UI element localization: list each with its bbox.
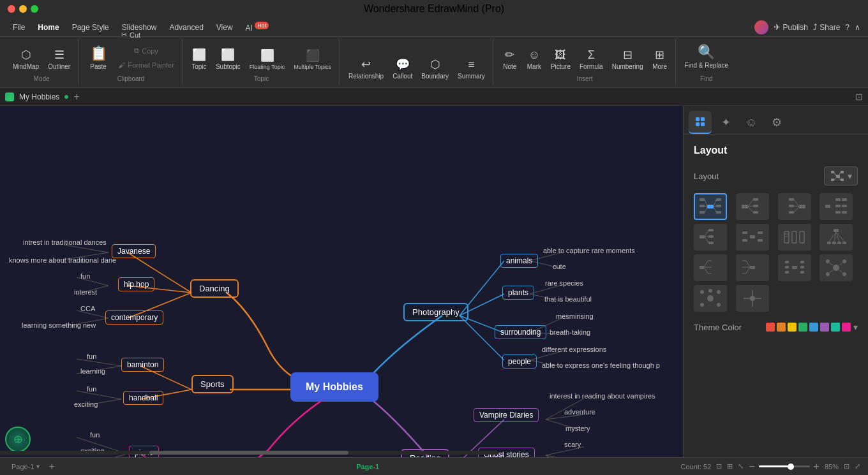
style-tab[interactable]: ✦ (714, 111, 737, 134)
titlebar: Wondershare EdrawMind (Pro) (0, 0, 868, 18)
animals-node[interactable]: animals (500, 254, 538, 268)
zoom-slider-track[interactable] (759, 465, 810, 467)
layout-option-11[interactable] (778, 254, 811, 281)
formula-button[interactable]: Σ Formula (576, 46, 607, 73)
layout-option-5[interactable] (694, 224, 727, 251)
swatch-pink[interactable] (842, 323, 851, 332)
scrollbar-thumb[interactable] (149, 451, 348, 455)
page-selector[interactable]: Page-1 ▾ (8, 462, 43, 472)
paste-button[interactable]: 📋 Paste (84, 43, 113, 73)
vampire-diaries-node[interactable]: Vampire Diaries (474, 408, 539, 422)
close-button[interactable] (8, 5, 15, 13)
menu-ai[interactable]: AI Hot (241, 20, 274, 34)
add-tab-button[interactable]: + (73, 91, 79, 103)
copy-button[interactable]: ⧉ Copy (114, 44, 178, 57)
swatch-blue[interactable] (809, 323, 818, 332)
sports-node[interactable]: Sports (191, 375, 234, 393)
zoom-percent[interactable]: 85% (825, 463, 839, 471)
handball-node[interactable]: handball (123, 391, 163, 405)
layout-option-14[interactable] (736, 285, 769, 312)
dancing-node[interactable]: Dancing (190, 279, 239, 298)
menu-view[interactable]: View (211, 21, 238, 34)
horizontal-scrollbar[interactable] (0, 451, 498, 455)
svg-rect-100 (750, 235, 755, 238)
numbering-button[interactable]: ⊟ Numbering (608, 45, 647, 73)
more-button[interactable]: ⊞ More (648, 45, 671, 73)
menu-advanced[interactable]: Advanced (164, 21, 208, 34)
summary-button[interactable]: ≡ Summary (454, 55, 489, 82)
layout-option-6[interactable] (736, 224, 769, 251)
layout-option-7[interactable] (778, 224, 811, 251)
swatch-red[interactable] (766, 323, 775, 332)
hiphop-node[interactable]: hip hop (118, 277, 154, 291)
grid-view-icon[interactable]: ⊞ (727, 462, 733, 471)
share-button[interactable]: ⤴ Share (813, 22, 840, 32)
settings-tab[interactable]: ⚙ (765, 111, 788, 134)
expand-view-button[interactable]: ⤢ (855, 462, 860, 471)
layout-dropdown[interactable]: ▾ (824, 166, 858, 186)
plants-node[interactable]: plants (502, 286, 534, 300)
publish-button[interactable]: ✈ Publish (774, 22, 808, 32)
add-page-button[interactable]: + (49, 461, 54, 472)
layout-option-10[interactable] (736, 254, 769, 281)
layout-option-left[interactable] (778, 193, 811, 220)
outline-tab[interactable]: ☺ (740, 111, 763, 134)
subtopic-button[interactable]: ⬜ Subtopic (212, 45, 244, 73)
swatch-yellow[interactable] (788, 323, 797, 332)
note-button[interactable]: ✏ Note (498, 45, 521, 73)
swatch-teal[interactable] (831, 323, 840, 332)
format-painter-button[interactable]: 🖌 Format Painter (114, 59, 178, 71)
toolbar-find-group: 🔍 Find & Replace Find (677, 40, 736, 85)
fit-view-button[interactable]: ⊡ (844, 462, 849, 471)
surrounding-node[interactable]: surrounding (495, 325, 546, 339)
menu-home[interactable]: Home (33, 21, 64, 34)
layout-option-12[interactable] (819, 254, 853, 281)
layout-option-8[interactable] (819, 224, 853, 251)
contemporary-node[interactable]: contemporary (105, 311, 163, 325)
menu-file[interactable]: File (8, 21, 30, 34)
swatch-green[interactable] (798, 323, 807, 332)
svg-rect-61 (700, 205, 705, 207)
user-avatar[interactable] (754, 20, 768, 34)
fullscreen-icon[interactable]: ⤡ (738, 462, 744, 471)
layout-tab[interactable] (689, 111, 712, 134)
callout-button[interactable]: 💬 Callout (389, 55, 416, 82)
topic-button[interactable]: ⬜ Topic (188, 45, 211, 73)
badminton-node[interactable]: baminton (121, 358, 164, 372)
swatch-orange[interactable] (777, 323, 786, 332)
ai-assistant-button[interactable]: ⊕ (5, 427, 31, 452)
layout-option-9[interactable] (694, 254, 727, 281)
relationship-button[interactable]: ↩ Relationship (345, 55, 387, 82)
color-swatches-container[interactable]: ▾ (766, 322, 858, 332)
cut-button[interactable]: ✂ Cut (117, 28, 144, 41)
zoom-in-button[interactable]: + (814, 461, 819, 472)
layout-option-tree[interactable] (819, 193, 853, 220)
center-node[interactable]: My Hobbies (290, 372, 378, 402)
view-mode-icon[interactable]: ⊡ (716, 462, 722, 471)
boundary-button[interactable]: ⬡ Boundary (417, 55, 453, 82)
mindmap-button[interactable]: ⬡ MindMap (9, 45, 43, 73)
zoom-out-button[interactable]: − (749, 461, 754, 472)
picture-button[interactable]: 🖼 Picture (547, 46, 574, 73)
find-replace-button[interactable]: 🔍 Find & Replace (681, 40, 732, 73)
active-page-tab[interactable]: Page-1 (356, 463, 379, 471)
menu-page-style[interactable]: Page Style (67, 21, 114, 34)
tab-title[interactable]: My Hobbies (19, 92, 59, 101)
layout-option-balanced[interactable] (694, 193, 727, 220)
zoom-slider-thumb[interactable] (788, 464, 794, 470)
swatch-purple[interactable] (820, 323, 829, 332)
mindmap-canvas[interactable]: My Hobbies Dancing Javanese hip hop cont… (0, 106, 683, 457)
layout-option-13[interactable] (694, 285, 727, 312)
photography-node[interactable]: Photography (403, 303, 468, 321)
multiple-topics-button[interactable]: ⬛ Multiple Topics (290, 46, 335, 73)
floating-topic-button[interactable]: ⬜ Floating Topic (246, 46, 288, 73)
help-button[interactable]: ? (845, 23, 849, 32)
minimize-button[interactable] (19, 5, 27, 13)
maximize-button[interactable] (31, 5, 38, 13)
collapse-button[interactable]: ∧ (855, 23, 860, 32)
mark-button[interactable]: ☺ Mark (523, 46, 546, 73)
outliner-button[interactable]: ☰ Outliner (44, 45, 74, 73)
layout-option-right[interactable] (736, 193, 769, 220)
people-node[interactable]: people (502, 354, 537, 369)
layout-toggle-button[interactable]: ⊡ (855, 92, 863, 102)
